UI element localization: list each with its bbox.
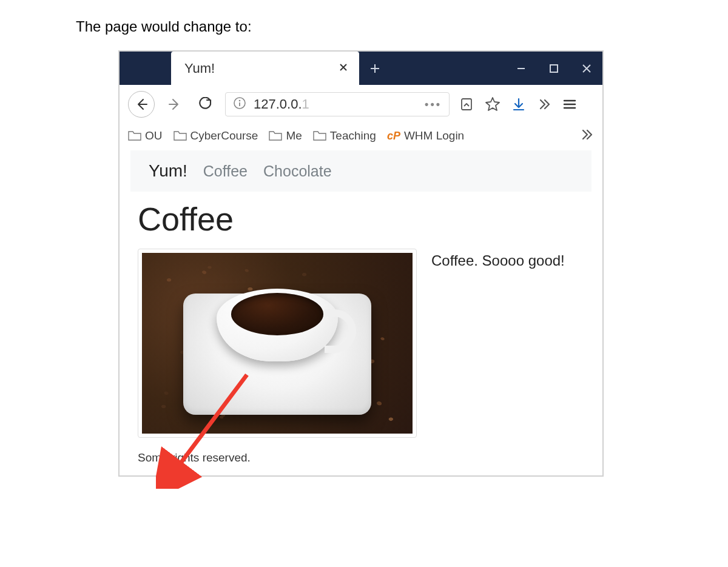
browser-tab[interactable]: Yum! [171, 52, 359, 85]
page-viewport: Yum! Coffee Chocolate Coffee Coffee. Soo… [120, 150, 602, 475]
bookmark-label: Me [286, 129, 302, 143]
bookmark-ou[interactable]: OU [128, 129, 163, 143]
close-tab-icon[interactable] [339, 61, 348, 75]
coffee-image [138, 249, 417, 438]
svg-point-2 [239, 100, 241, 102]
cpanel-icon: cP [387, 130, 400, 143]
image-caption: Coffee. Soooo good! [431, 249, 565, 269]
bookmark-teaching[interactable]: Teaching [313, 129, 376, 143]
bookmark-whm-login[interactable]: cP WHM Login [387, 129, 464, 143]
close-window-icon[interactable] [578, 60, 595, 77]
page-content: Coffee Coffee. Soooo good! [120, 192, 602, 475]
titlebar-spacer [120, 52, 171, 85]
navlink-chocolate[interactable]: Chocolate [263, 163, 332, 180]
bookmark-label: WHM Login [404, 129, 464, 143]
folder-icon [269, 130, 282, 141]
intro-caption: The page would change to: [76, 18, 716, 35]
maximize-icon[interactable] [545, 60, 562, 77]
reader-mode-icon[interactable] [459, 97, 474, 112]
site-info-icon[interactable] [233, 96, 246, 112]
footer-text: Some rights reserved. [138, 451, 584, 465]
hamburger-menu-icon[interactable] [562, 97, 577, 112]
titlebar-controls [359, 52, 602, 85]
bookmark-label: CyberCourse [190, 129, 258, 143]
titlebar: Yum! [120, 52, 602, 85]
bookmarks-overflow-icon[interactable] [579, 127, 594, 144]
tab-title: Yum! [184, 61, 215, 76]
bookmark-label: Teaching [330, 129, 376, 143]
bookmarks-bar: OU CyberCourse Me Teaching cP WHM Login [120, 124, 602, 150]
folder-icon [313, 130, 326, 141]
minimize-icon[interactable] [513, 60, 530, 77]
url-text: 127.0.0.1 [254, 96, 309, 112]
back-button[interactable] [128, 91, 155, 118]
folder-icon [128, 130, 141, 141]
bookmark-cybercourse[interactable]: CyberCourse [174, 129, 258, 143]
page-actions-icon[interactable]: ••• [425, 98, 442, 111]
site-brand[interactable]: Yum! [149, 161, 187, 181]
bookmark-star-icon[interactable] [485, 96, 500, 112]
bookmark-me[interactable]: Me [269, 129, 302, 143]
bookmark-label: OU [145, 129, 163, 143]
site-navbar: Yum! Coffee Chocolate [130, 150, 592, 192]
svg-rect-0 [550, 65, 558, 72]
navlink-coffee[interactable]: Coffee [203, 163, 248, 180]
forward-button[interactable] [164, 94, 185, 115]
address-bar[interactable]: 127.0.0.1 ••• [225, 92, 450, 116]
nav-toolbar: 127.0.0.1 ••• [120, 85, 602, 124]
folder-icon [174, 130, 187, 141]
browser-window: Yum! [118, 50, 604, 477]
page-heading: Coffee [138, 200, 584, 238]
downloads-icon[interactable] [511, 97, 526, 112]
overflow-icon[interactable] [537, 97, 551, 112]
new-tab-icon[interactable] [366, 60, 383, 77]
reload-button[interactable] [195, 94, 215, 115]
